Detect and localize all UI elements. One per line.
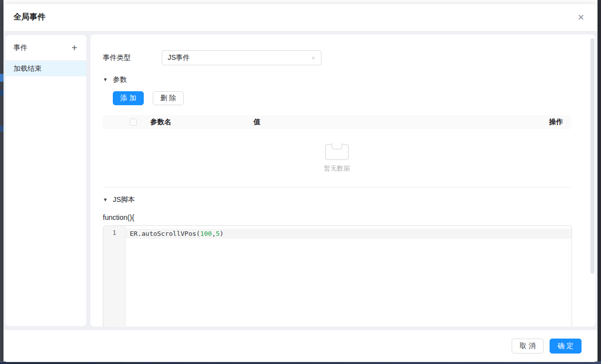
header-checkbox-cell (103, 119, 150, 126)
line-number: 1 (103, 229, 125, 236)
background-icon-fragment (0, 90, 3, 96)
empty-box-icon (324, 143, 349, 161)
close-icon[interactable]: × (575, 11, 588, 24)
empty-state: 暂无数据 (103, 129, 571, 186)
event-type-row: 事件类型 JS事件 ∨ (103, 50, 581, 65)
code-number-token: 100 (200, 230, 212, 237)
column-value: 值 (254, 118, 536, 127)
code-token: ) (220, 230, 224, 237)
sidebar-header: 事件 + (5, 35, 86, 61)
dialog-title: 全局事件 (13, 12, 45, 22)
vertical-scrollbar[interactable] (591, 38, 595, 274)
sidebar-item-label: 加载结束 (13, 64, 41, 73)
editor-gutter: 1 (103, 226, 126, 327)
event-type-label: 事件类型 (103, 53, 162, 62)
editor-code-area[interactable]: ER.autoScrollVPos(100,5) (126, 226, 572, 327)
add-param-button[interactable]: 添 加 (113, 91, 144, 105)
params-table: 参数名 值 操作 暂无数据 (103, 115, 571, 186)
empty-box-flap (331, 143, 342, 150)
confirm-button[interactable]: 确 定 (550, 339, 582, 354)
delete-param-button[interactable]: 删 除 (153, 91, 184, 105)
script-section-toggle[interactable]: ▼ JS脚本 (103, 195, 581, 204)
section-divider (103, 187, 571, 187)
column-operation: 操作 (536, 118, 571, 127)
cancel-button[interactable]: 取 消 (512, 339, 544, 354)
background-app-edge-right (598, 0, 601, 364)
params-toolbar: 添 加 删 除 (113, 91, 581, 105)
script-section-title: JS脚本 (113, 195, 135, 204)
event-type-select[interactable]: JS事件 ∨ (162, 50, 321, 65)
dialog-header: 全局事件 × (3, 4, 598, 31)
event-detail-panel: 事件类型 JS事件 ∨ ▼ 参数 添 加 删 除 参数名 (90, 34, 596, 327)
chevron-down-icon: ∨ (311, 55, 315, 60)
dialog-footer: 取 消 确 定 (3, 330, 598, 362)
caret-down-icon: ▼ (103, 197, 108, 202)
code-number-token: 5 (216, 230, 220, 237)
code-line-1: ER.autoScrollVPos(100,5) (126, 229, 572, 239)
params-table-header: 参数名 值 操作 (103, 115, 571, 129)
code-token: ER.autoScrollVPos( (130, 230, 200, 237)
events-sidebar: 事件 + 加载结束 (5, 35, 86, 326)
column-param-name: 参数名 (150, 118, 254, 127)
params-section-toggle[interactable]: ▼ 参数 (103, 75, 581, 84)
sidebar-title: 事件 (13, 43, 27, 52)
select-all-checkbox[interactable] (130, 119, 137, 126)
function-wrapper-label: function(){ (103, 213, 581, 221)
caret-down-icon: ▼ (103, 77, 108, 82)
background-icon-fragment (0, 74, 3, 82)
dialog-body: 事件 + 加载结束 事件类型 JS事件 ∨ ▼ 参数 添 加 删 除 (3, 31, 598, 330)
global-events-dialog: 全局事件 × 事件 + 加载结束 事件类型 JS事件 ∨ ▼ 参数 (3, 4, 598, 362)
sidebar-item-load-end[interactable]: 加载结束 (5, 61, 86, 76)
empty-text: 暂无数据 (324, 164, 350, 173)
event-type-value: JS事件 (168, 53, 190, 62)
js-code-editor[interactable]: 1 ER.autoScrollVPos(100,5) (103, 225, 572, 327)
add-event-icon[interactable]: + (71, 43, 77, 53)
background-icon-fragment (0, 126, 3, 132)
background-app-edge-left (0, 0, 3, 364)
params-section-title: 参数 (113, 75, 127, 84)
